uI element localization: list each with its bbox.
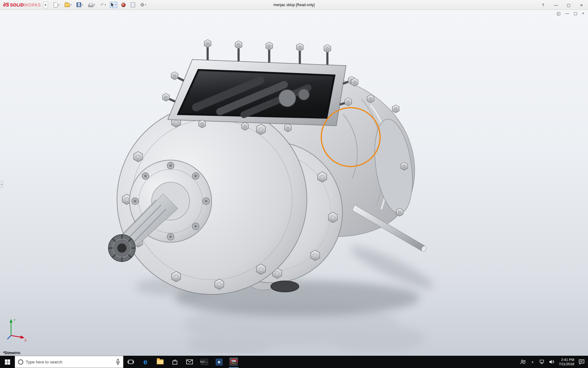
- dropdown-caret-icon: ▾: [58, 4, 59, 6]
- logo-ds-icon: ∂S: [3, 2, 9, 8]
- blue-app-button[interactable]: ◆: [212, 356, 226, 368]
- edge-icon: e: [143, 358, 147, 366]
- store-button[interactable]: [168, 356, 182, 368]
- clock-time: 2:41 PM: [559, 358, 574, 362]
- taskbar: e &gt;_ ◆: [0, 356, 588, 368]
- help-icon: ?: [542, 3, 544, 7]
- people-button[interactable]: [520, 356, 526, 368]
- close-button[interactable]: ×: [575, 0, 588, 10]
- cortana-icon: [18, 359, 23, 365]
- dropdown-caret-icon: ▾: [145, 4, 146, 6]
- start-button[interactable]: [0, 356, 15, 368]
- search-input[interactable]: [26, 360, 113, 364]
- print-icon: [88, 4, 93, 7]
- chevron-up-icon: ∧: [531, 360, 534, 364]
- taskbar-search[interactable]: [15, 356, 123, 368]
- blue-app-icon: ◆: [216, 358, 223, 366]
- select-tool-button[interactable]: ▾: [110, 2, 118, 8]
- hex-nut: [401, 162, 408, 170]
- drain-port: [271, 281, 299, 292]
- menu-flyout-button[interactable]: ▶: [43, 2, 48, 8]
- hex-nut: [392, 105, 399, 113]
- hidden-icons-button[interactable]: ∧: [529, 356, 536, 368]
- collapse-arrow-icon: ◂: [1, 183, 2, 186]
- doc-restore-icon[interactable]: ◱: [557, 11, 560, 16]
- z-axis-arrow: [7, 335, 11, 339]
- view-orientation-label: *Dimetric: [3, 351, 21, 355]
- volume-button[interactable]: [548, 356, 555, 368]
- action-center-button[interactable]: [578, 356, 585, 368]
- sheet-properties-button[interactable]: [130, 2, 136, 8]
- microphone-icon[interactable]: [116, 359, 120, 365]
- clock-date: 7/11/2018: [559, 362, 574, 366]
- dropdown-caret-icon: ▾: [94, 4, 95, 6]
- file-explorer-button[interactable]: [153, 356, 168, 368]
- app-titlebar: ∂S SOLID WORKS ▶ ▾ ▾ ▾ ▾: [0, 0, 588, 10]
- maximize-button[interactable]: ▢: [562, 0, 575, 10]
- solidworks-app-icon: SW 2017: [229, 358, 238, 366]
- new-document-icon: [54, 2, 58, 7]
- gearbox-3d-model[interactable]: [101, 22, 450, 353]
- action-center-icon: [579, 359, 585, 365]
- x-axis-arrow: [20, 335, 24, 339]
- taskbar-solidworks-button[interactable]: SW 2017: [226, 356, 241, 368]
- model-reflection: [184, 303, 426, 353]
- doc-minimize-icon[interactable]: —: [565, 11, 569, 16]
- mail-icon: [186, 359, 193, 364]
- select-cursor-icon: [111, 3, 115, 7]
- doc-maximize-icon[interactable]: ▢: [574, 11, 577, 16]
- graphics-area[interactable]: ◱ — ▢ × ◂: [0, 10, 588, 356]
- people-icon: [520, 359, 526, 364]
- solidworks-logo: ∂S SOLID WORKS: [3, 2, 41, 8]
- x-axis-label: X: [24, 339, 27, 342]
- file-explorer-icon: [157, 359, 164, 364]
- document-title: menjac sklop [Read-only]: [273, 0, 315, 10]
- hex-nut: [396, 208, 403, 216]
- task-view-button[interactable]: [123, 356, 138, 368]
- minimize-icon: —: [554, 3, 558, 7]
- appearance-button[interactable]: [120, 2, 127, 8]
- volume-icon: [549, 359, 554, 364]
- left-panel-collapse-tab[interactable]: ◂: [0, 181, 3, 188]
- y-axis-arrow: [9, 319, 13, 323]
- options-button[interactable]: ⚙ ▾: [139, 2, 147, 8]
- help-button[interactable]: ?: [537, 0, 549, 10]
- open-button[interactable]: ▾: [63, 2, 73, 8]
- mail-button[interactable]: [182, 356, 197, 368]
- orientation-triad: Y X: [5, 316, 29, 342]
- undo-button[interactable]: ↶ ▾: [99, 2, 107, 8]
- maximize-icon: ▢: [567, 3, 571, 7]
- quick-access-toolbar: ▾ ▾ ▾ ▾ ↶ ▾ ▾: [52, 2, 147, 8]
- solidworks-window: ∂S SOLID WORKS ▶ ▾ ▾ ▾ ▾: [0, 0, 588, 368]
- dropdown-caret-icon: ▾: [70, 4, 72, 6]
- undo-icon: ↶: [100, 3, 104, 7]
- logo-works-text: WORKS: [24, 2, 41, 7]
- doc-close-icon[interactable]: ×: [582, 11, 584, 16]
- sw-year-text: 2017: [232, 362, 236, 365]
- spline-end: [108, 235, 135, 262]
- sheet-icon: [131, 2, 135, 7]
- document-window-controls: ◱ — ▢ ×: [557, 11, 584, 16]
- window-controls: ? — ▢ ×: [537, 0, 588, 10]
- minimize-button[interactable]: —: [549, 0, 562, 10]
- save-button[interactable]: ▾: [75, 2, 84, 8]
- sw-text: SW: [232, 359, 236, 362]
- y-axis-label: Y: [13, 319, 16, 322]
- dropdown-caret-icon: ▾: [115, 4, 116, 6]
- windows-logo-icon: [5, 359, 10, 365]
- store-icon: [172, 359, 178, 365]
- network-button[interactable]: [539, 356, 545, 368]
- flyout-arrow-icon: ▶: [45, 4, 47, 6]
- save-icon: [77, 2, 81, 7]
- edge-button[interactable]: e: [138, 356, 153, 368]
- dropdown-caret-icon: ▾: [82, 4, 83, 6]
- terminal-button[interactable]: &gt;_: [197, 356, 212, 368]
- close-icon: ×: [580, 2, 583, 8]
- print-button[interactable]: ▾: [87, 2, 96, 8]
- taskbar-clock[interactable]: 2:41 PM 7/11/2018: [558, 358, 575, 366]
- left-flange[interactable]: [108, 104, 307, 294]
- system-tray: ∧ 2:41 PM 7/11/2018: [520, 356, 588, 368]
- open-folder-icon: [65, 3, 70, 7]
- gear-icon: ⚙: [140, 2, 144, 7]
- new-document-button[interactable]: ▾: [52, 2, 61, 8]
